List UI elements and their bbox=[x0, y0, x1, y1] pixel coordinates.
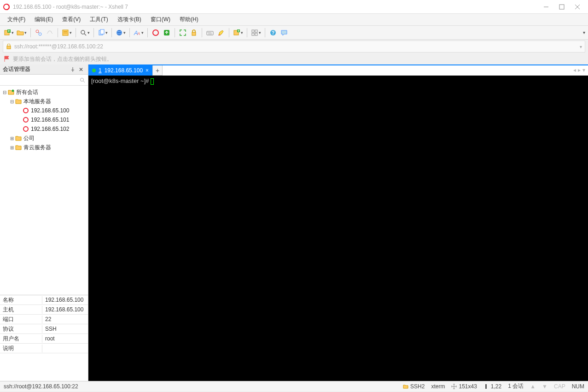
font-icon[interactable]: AA▾ bbox=[133, 28, 145, 38]
hint-flag-icon bbox=[4, 56, 10, 62]
menu-window[interactable]: 窗口(W) bbox=[147, 15, 174, 24]
add-tab-button[interactable]: + bbox=[152, 65, 163, 76]
tab-label: 192.168.65.100 bbox=[105, 67, 143, 74]
maximize-button[interactable] bbox=[559, 4, 565, 10]
status-sessions: 1 会话 bbox=[508, 382, 524, 390]
svg-point-17 bbox=[81, 30, 85, 34]
svg-text:A: A bbox=[137, 31, 140, 36]
session-tree: ⊟ 所有会话 ⊟ 本地服务器 192.168.65.100 192.168.65… bbox=[0, 86, 88, 295]
copy-icon[interactable]: ▾ bbox=[97, 28, 109, 38]
svg-rect-31 bbox=[210, 32, 211, 33]
search-icon[interactable]: ▾ bbox=[79, 28, 91, 38]
status-up-icon[interactable]: ▲ bbox=[530, 383, 536, 390]
menu-file[interactable]: 文件(F) bbox=[4, 15, 29, 24]
chat-icon[interactable] bbox=[279, 28, 289, 38]
svg-rect-38 bbox=[252, 30, 254, 32]
highlight-icon[interactable] bbox=[216, 28, 226, 38]
separator bbox=[129, 28, 130, 37]
tree-host-0[interactable]: 192.168.65.100 bbox=[1, 106, 87, 115]
menu-help[interactable]: 帮助(H) bbox=[176, 15, 202, 24]
tree-label: 本地服务器 bbox=[23, 98, 51, 105]
expand-icon[interactable]: ⊟ bbox=[9, 99, 15, 104]
tab-menu-icon[interactable]: ▾ bbox=[582, 67, 585, 73]
menu-edit[interactable]: 编辑(E) bbox=[31, 15, 57, 24]
separator bbox=[58, 28, 58, 37]
svg-point-25 bbox=[153, 30, 158, 35]
tree-folder-local[interactable]: ⊟ 本地服务器 bbox=[1, 97, 87, 106]
folder-icon bbox=[15, 98, 22, 105]
address-dropdown-icon[interactable]: ▾ bbox=[580, 44, 582, 49]
tree-folder-company[interactable]: ⊞ 公司 bbox=[1, 134, 87, 143]
session-search[interactable] bbox=[0, 75, 88, 86]
xshell-icon[interactable] bbox=[151, 28, 161, 38]
menu-view[interactable]: 查看(V) bbox=[58, 15, 84, 24]
status-num: NUM bbox=[572, 383, 584, 390]
status-bar: ssh://root@192.168.65.100:22 SSH2 xterm … bbox=[0, 381, 588, 391]
terminal[interactable]: [root@k8s-master ~]# bbox=[88, 76, 588, 381]
globe-icon[interactable]: ▾ bbox=[115, 28, 127, 38]
hint-bar: 要添加当前会话，点击左侧的箭头按钮。 bbox=[0, 53, 588, 64]
prop-row-host: 主机192.168.65.100 bbox=[0, 305, 88, 315]
fullscreen-icon[interactable] bbox=[178, 28, 188, 38]
new-session-icon[interactable]: ▾ bbox=[3, 28, 15, 38]
properties-table: 名称192.168.65.100 主机192.168.65.100 端口22 协… bbox=[0, 295, 88, 381]
expand-icon[interactable]: ⊞ bbox=[9, 136, 15, 141]
minimize-button[interactable] bbox=[543, 4, 549, 10]
tab-prev-icon[interactable]: ◂ bbox=[573, 67, 576, 73]
address-bar[interactable]: ssh://root:******@192.168.65.100:22 ▾ bbox=[3, 41, 585, 53]
tree-host-2[interactable]: 192.168.65.102 bbox=[1, 124, 87, 134]
panel-close-icon[interactable]: ✕ bbox=[77, 66, 85, 73]
svg-line-46 bbox=[83, 81, 85, 82]
tree-folder-qingyun[interactable]: ⊞ 青云服务器 bbox=[1, 143, 87, 152]
tree-host-1[interactable]: 192.168.65.101 bbox=[1, 115, 87, 124]
close-button[interactable] bbox=[574, 4, 581, 10]
add-button-icon[interactable]: ▾ bbox=[232, 28, 244, 38]
terminal-prompt: [root@k8s-master ~]# bbox=[91, 77, 151, 84]
svg-rect-2 bbox=[559, 5, 564, 9]
svg-point-50 bbox=[23, 127, 28, 131]
separator bbox=[30, 28, 31, 37]
properties-icon[interactable]: ▾ bbox=[61, 28, 73, 38]
prop-row-desc: 说明 bbox=[0, 344, 88, 353]
separator bbox=[147, 28, 148, 37]
prop-row-user: 用户名root bbox=[0, 334, 88, 344]
disconnect-icon[interactable] bbox=[45, 28, 55, 38]
svg-rect-30 bbox=[209, 32, 210, 33]
xftp-icon[interactable] bbox=[162, 28, 172, 38]
panel-title: 会话管理器 bbox=[3, 65, 69, 73]
expand-icon[interactable]: ⊟ bbox=[2, 90, 7, 95]
svg-rect-51 bbox=[485, 384, 487, 389]
tree-label: 192.168.65.102 bbox=[31, 126, 69, 132]
lock-icon[interactable] bbox=[189, 28, 199, 38]
menu-tab[interactable]: 选项卡(B) bbox=[114, 15, 145, 24]
lock-small-icon bbox=[6, 44, 12, 49]
tab-next-icon[interactable]: ▸ bbox=[578, 67, 581, 73]
open-session-icon[interactable]: ▾ bbox=[16, 28, 28, 38]
svg-rect-39 bbox=[255, 30, 257, 32]
tab-close-icon[interactable]: × bbox=[146, 67, 149, 74]
search-input[interactable] bbox=[0, 75, 88, 85]
expand-icon[interactable]: ⊞ bbox=[9, 145, 15, 150]
menu-tools[interactable]: 工具(T) bbox=[86, 15, 111, 24]
separator bbox=[202, 28, 202, 37]
tab-nav: ◂ ▸ ▾ bbox=[573, 67, 585, 73]
status-down-icon[interactable]: ▼ bbox=[542, 383, 547, 390]
reconnect-icon[interactable] bbox=[34, 28, 44, 38]
status-size: 151x43 bbox=[451, 383, 477, 390]
toolbar-overflow-icon[interactable]: ▾ bbox=[583, 30, 585, 35]
help-icon[interactable]: ? bbox=[268, 28, 278, 38]
tile-icon[interactable]: ▾ bbox=[250, 28, 262, 38]
session-tab[interactable]: 1 192.168.65.100 × bbox=[88, 65, 152, 76]
svg-rect-29 bbox=[208, 32, 209, 33]
keyboard-icon[interactable] bbox=[205, 28, 215, 38]
svg-point-49 bbox=[23, 117, 28, 122]
separator bbox=[229, 28, 229, 37]
pin-icon[interactable] bbox=[69, 67, 77, 72]
svg-rect-16 bbox=[64, 33, 67, 33]
session-icon bbox=[22, 107, 29, 114]
app-icon bbox=[3, 3, 10, 11]
status-left: ssh://root@192.168.65.100:22 bbox=[4, 383, 396, 390]
status-dot-icon bbox=[92, 69, 96, 72]
folder-icon bbox=[15, 144, 22, 151]
tree-root[interactable]: ⊟ 所有会话 bbox=[1, 88, 87, 97]
